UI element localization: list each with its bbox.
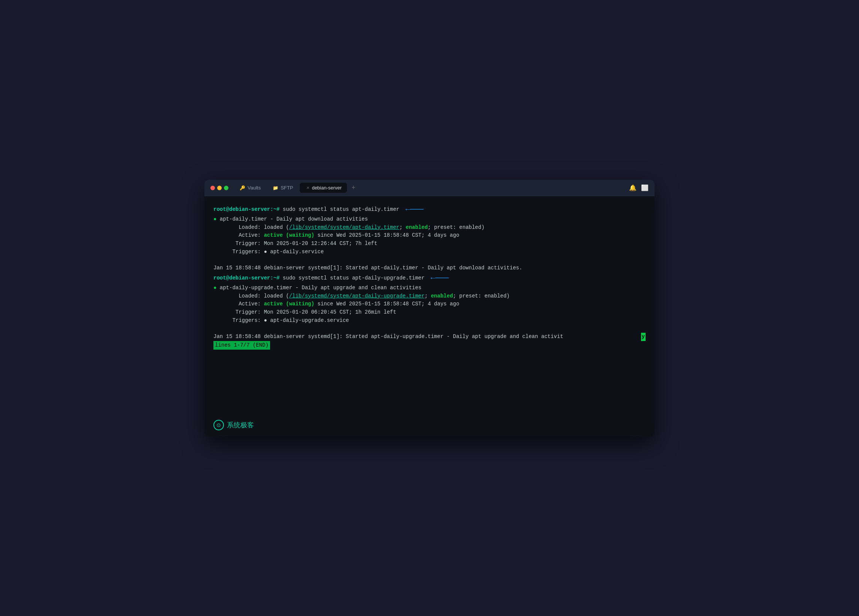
terminal-content[interactable]: root@debian-server:~# sudo systemctl sta… <box>205 196 654 414</box>
tab-sftp[interactable]: 📁 SFTP <box>267 183 298 193</box>
output-triggers-2: Triggers: ● apt-daily-upgrade.service <box>214 317 645 325</box>
maximize-button[interactable] <box>224 186 228 190</box>
loaded-rest-2: ; enabled; preset: enabled) <box>425 293 510 299</box>
watermark-content: ⊙ 系统极客 <box>214 420 645 430</box>
tab-vaults-label: Vaults <box>248 185 261 191</box>
output-dot-1: ● apt-daily.timer - Daily apt download a… <box>214 215 645 224</box>
prompt-1: root@debian-server:~# <box>214 206 280 212</box>
titlebar-actions: 🔔 ⬜ <box>629 184 648 191</box>
output-text-2: apt-daily-upgrade.timer - Daily apt upgr… <box>220 285 422 291</box>
output-triggers-1: Triggers: ● apt-daily.service <box>214 248 645 256</box>
end-line-text: lines 1-7/7 (END) <box>214 341 270 350</box>
loaded-rest-1: ; enabled; preset: enabled) <box>400 224 485 230</box>
trigger-1: Trigger: Mon 2025-01-20 12:26:44 CST; 7h… <box>214 241 377 247</box>
watermark-logo: ⊙ <box>214 420 224 430</box>
minimize-button[interactable] <box>217 186 222 190</box>
active-rest-2: since Wed 2025-01-15 18:58:48 CST; 4 day… <box>314 301 459 307</box>
close-button[interactable] <box>211 186 215 190</box>
active-status-1: active (waiting) <box>264 232 314 238</box>
triggers-1: Triggers: ● apt-daily.service <box>214 249 324 255</box>
cmd-2: sudo systemctl status apt-daily-upgrade.… <box>283 275 425 281</box>
output-active-2: Active: active (waiting) since Wed 2025-… <box>214 300 645 308</box>
indent-1: Loaded: loaded ( <box>214 224 289 230</box>
green-dot-1: ● <box>214 216 216 222</box>
tab-debian-server-label: debian-server <box>312 185 342 191</box>
log-line-1: Jan 15 18:58:48 debian-server systemd[1]… <box>214 264 645 272</box>
sftp-icon: 📁 <box>273 185 278 191</box>
tab-bar: 🔑 Vaults 📁 SFTP ✕ debian-server + <box>234 182 626 193</box>
link-2: /lib/systemd/system/apt-daily-upgrade.ti… <box>289 293 425 299</box>
command-line-2: root@debian-server:~# sudo systemctl sta… <box>214 272 645 284</box>
output-loaded-1: Loaded: loaded (/lib/systemd/system/apt-… <box>214 224 645 232</box>
output-loaded-2: Loaded: loaded (/lib/systemd/system/apt-… <box>214 292 645 300</box>
cmd-1: sudo systemctl status apt-daily.timer <box>283 206 400 212</box>
output-text-1: apt-daily.timer - Daily apt download act… <box>220 216 368 222</box>
tab-close-icon[interactable]: ✕ <box>306 186 309 190</box>
indent-active-1: Active: <box>214 232 264 238</box>
active-rest-1: since Wed 2025-01-15 18:58:48 CST; 4 day… <box>314 232 459 238</box>
arrow-2: ←─── <box>431 272 449 284</box>
output-active-1: Active: active (waiting) since Wed 2025-… <box>214 231 645 240</box>
indent-active-2: Active: <box>214 301 264 307</box>
traffic-lights <box>211 186 228 190</box>
cut-indicator: y <box>641 333 645 341</box>
tab-sftp-label: SFTP <box>281 185 293 191</box>
trigger-2: Trigger: Mon 2025-01-20 06:20:45 CST; 1h… <box>214 309 396 315</box>
terminal-window: 🔑 Vaults 📁 SFTP ✕ debian-server + 🔔 ⬜ ro… <box>205 180 654 436</box>
tab-vaults[interactable]: 🔑 Vaults <box>234 183 266 193</box>
green-dot-2: ● <box>214 285 216 291</box>
watermark-label: 系统极客 <box>227 421 254 430</box>
bell-icon[interactable]: 🔔 <box>629 184 637 191</box>
add-tab-button[interactable]: + <box>348 182 359 193</box>
log-line-2: Jan 15 18:58:48 debian-server systemd[1]… <box>214 333 641 341</box>
indent-2: Loaded: loaded ( <box>214 293 289 299</box>
prompt-2: root@debian-server:~# <box>214 275 280 281</box>
arrow-1: ←─── <box>406 204 423 215</box>
end-line: lines 1-7/7 (END) <box>214 341 645 350</box>
output-trigger-1: Trigger: Mon 2025-01-20 12:26:44 CST; 7h… <box>214 240 645 248</box>
titlebar: 🔑 Vaults 📁 SFTP ✕ debian-server + 🔔 ⬜ <box>205 180 654 196</box>
log-line-2-container: Jan 15 18:58:48 debian-server systemd[1]… <box>214 333 645 341</box>
link-1: /lib/systemd/system/apt-daily.timer <box>289 224 400 230</box>
watermark: ⊙ 系统极客 <box>205 414 654 436</box>
command-line-1: root@debian-server:~# sudo systemctl sta… <box>214 204 645 215</box>
layout-icon[interactable]: ⬜ <box>641 184 648 191</box>
output-dot-2: ● apt-daily-upgrade.timer - Daily apt up… <box>214 284 645 292</box>
vaults-icon: 🔑 <box>240 185 245 191</box>
active-status-2: active (waiting) <box>264 301 314 307</box>
output-trigger-2: Trigger: Mon 2025-01-20 06:20:45 CST; 1h… <box>214 308 645 317</box>
tab-debian-server[interactable]: ✕ debian-server <box>300 183 347 193</box>
triggers-2: Triggers: ● apt-daily-upgrade.service <box>214 317 349 324</box>
